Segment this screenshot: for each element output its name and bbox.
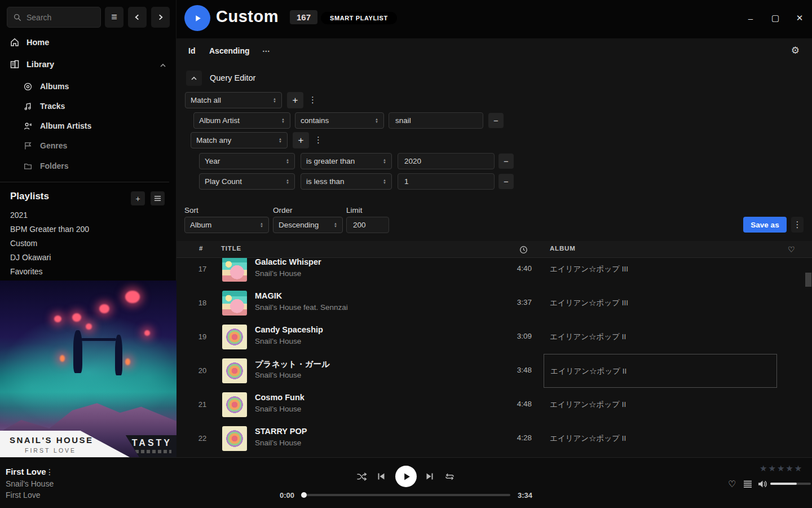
home-icon xyxy=(10,38,19,47)
play-playlist-button[interactable] xyxy=(184,5,210,31)
track-row[interactable]: 18 MAGIK Snail’s House feat. Sennzai 3:3… xyxy=(176,286,812,320)
favorite-column-icon[interactable]: ♡ xyxy=(788,245,795,254)
sidebar-item-home[interactable]: Home xyxy=(10,38,49,47)
track-artist[interactable]: Snail’s House xyxy=(255,439,301,447)
query-editor-collapse-button[interactable] xyxy=(186,71,202,86)
album-cell[interactable]: エイリアン☆ポップ II xyxy=(544,422,777,456)
limit-input[interactable]: 200 xyxy=(346,217,389,233)
add-rule-button[interactable]: + xyxy=(293,132,309,148)
match-type-select[interactable]: Match all ▲▼ xyxy=(185,92,282,108)
duration-column-icon[interactable] xyxy=(519,246,528,254)
track-row[interactable]: 19 Candy Spaceship Snail’s House 3:09 エイ… xyxy=(176,320,812,354)
sidebar-item-label: Genres xyxy=(40,141,67,150)
track-artist[interactable]: Snail’s House feat. Sennzai xyxy=(255,303,348,312)
sidebar-item-genres[interactable]: Genres xyxy=(24,141,67,150)
select-value: contains xyxy=(301,116,329,125)
sidebar-item-tracks[interactable]: Tracks xyxy=(24,102,65,111)
nav-forward-button[interactable] xyxy=(151,7,170,28)
remove-rule-button[interactable]: − xyxy=(498,174,514,189)
group-kebab-icon[interactable]: ⋮ xyxy=(314,135,323,145)
nav-back-button[interactable] xyxy=(128,7,147,28)
sidebar-menu-button[interactable]: ≡ xyxy=(105,7,123,28)
album-cell[interactable]: エイリアン☆ポップ II xyxy=(544,354,777,388)
now-playing-title[interactable]: First Love xyxy=(6,467,46,476)
window-minimize-button[interactable]: – xyxy=(745,12,756,24)
group-kebab-icon[interactable]: ⋮ xyxy=(308,95,317,105)
sidebar-item-albums[interactable]: Albums xyxy=(24,82,69,91)
more-options-button[interactable]: ⋯ xyxy=(262,46,270,55)
sort-select[interactable]: Album ▲▼ xyxy=(184,217,269,233)
seek-knob[interactable] xyxy=(301,492,307,498)
track-artist[interactable]: Snail’s House xyxy=(255,405,301,413)
add-rule-button[interactable]: + xyxy=(287,92,303,108)
rule-value-input[interactable]: snail xyxy=(389,112,483,129)
column-title[interactable]: TITLE xyxy=(221,245,241,252)
rule-field-select[interactable]: Album Artist ▲▼ xyxy=(193,112,290,129)
album-cell[interactable]: エイリアン☆ポップ III xyxy=(544,286,777,320)
rule-value-input[interactable]: 1 xyxy=(398,173,495,190)
sidebar-item-folders[interactable]: Folders xyxy=(24,161,69,170)
scrollbar-thumb[interactable] xyxy=(805,273,811,287)
track-title: Candy Spaceship xyxy=(255,325,323,334)
track-artist[interactable]: Snail’s House xyxy=(255,337,301,345)
window-maximize-button[interactable]: ▢ xyxy=(770,12,781,24)
track-duration: 4:48 xyxy=(501,400,532,408)
track-number: 17 xyxy=(192,265,213,273)
now-playing-album[interactable]: First Love xyxy=(6,491,40,500)
playlist-item[interactable]: 2021 xyxy=(10,211,28,220)
album-cell[interactable]: エイリアン☆ポップ II xyxy=(544,320,777,354)
remove-rule-button[interactable]: − xyxy=(498,154,514,169)
playlist-list-button[interactable] xyxy=(151,191,165,205)
track-row[interactable]: 22 STARRY POP Snail’s House 4:28 エイリアン☆ポ… xyxy=(176,422,812,456)
gear-icon[interactable]: ⚙ xyxy=(791,45,800,56)
match-type-select[interactable]: Match any ▲▼ xyxy=(191,132,288,148)
save-as-button[interactable]: Save as xyxy=(743,217,787,233)
smart-playlist-badge: SMART PLAYLIST xyxy=(321,12,397,24)
track-artist[interactable]: Snail’s House xyxy=(255,269,301,278)
volume-button[interactable] xyxy=(758,480,767,491)
column-album[interactable]: ALBUM xyxy=(550,245,576,252)
rule-value-input[interactable]: 2020 xyxy=(398,153,495,169)
order-select[interactable]: Descending ▲▼ xyxy=(273,217,343,233)
track-artist[interactable]: Snail’s House xyxy=(255,371,301,379)
column-index[interactable]: # xyxy=(199,245,203,252)
rule-field-select[interactable]: Play Count ▲▼ xyxy=(199,173,295,190)
queue-button[interactable] xyxy=(743,480,752,491)
save-options-kebab[interactable]: ⋮ xyxy=(791,217,804,233)
playlist-item[interactable]: Custom xyxy=(10,239,37,248)
rating-stars[interactable]: ★★★★★ xyxy=(760,463,803,474)
now-playing-cover[interactable]: SNAIL'S HOUSE FIRST LOVE TASTY xyxy=(0,281,176,457)
library-collapse-icon[interactable] xyxy=(160,62,166,69)
previous-button[interactable] xyxy=(377,472,386,481)
next-button[interactable] xyxy=(425,472,434,481)
favorite-button[interactable]: ♡ xyxy=(728,479,736,489)
playlist-item[interactable]: DJ Okawari xyxy=(10,253,51,262)
seek-slider[interactable] xyxy=(302,494,510,496)
add-playlist-button[interactable]: + xyxy=(131,191,145,205)
now-playing-artist[interactable]: Snail's House xyxy=(6,479,54,488)
playlist-item[interactable]: Favorites xyxy=(10,267,43,276)
remove-rule-button[interactable]: − xyxy=(488,113,504,128)
now-playing-kebab-icon[interactable]: ⋮ xyxy=(46,467,54,476)
previous-icon xyxy=(377,472,386,481)
search-input[interactable]: Search xyxy=(7,7,101,28)
window-close-button[interactable]: ✕ xyxy=(794,12,805,24)
track-row[interactable]: 21 Cosmo Funk Snail’s House 4:48 エイリアン☆ポ… xyxy=(176,388,812,422)
shuffle-button[interactable] xyxy=(356,472,367,481)
track-row[interactable]: 20 プラネット・ガール Snail’s House 3:48 エイリアン☆ポッ… xyxy=(176,354,812,388)
sort-field-button[interactable]: Id xyxy=(188,46,195,55)
sidebar-item-label: Home xyxy=(27,38,49,47)
sidebar-item-album-artists[interactable]: Album Artists xyxy=(24,121,91,130)
rule-field-select[interactable]: Year ▲▼ xyxy=(199,153,295,169)
repeat-button[interactable] xyxy=(444,472,455,481)
track-rows: 17 Galactic Whisper Snail’s House 4:40 エ… xyxy=(176,252,812,457)
album-cell[interactable]: エイリアン☆ポップ II xyxy=(544,388,777,422)
rule-operator-select[interactable]: is greater than ▲▼ xyxy=(301,153,392,169)
playlist-item[interactable]: BPM Greater than 200 xyxy=(10,225,89,234)
play-pause-button[interactable] xyxy=(395,466,417,487)
rule-operator-select[interactable]: contains ▲▼ xyxy=(295,112,384,129)
volume-slider[interactable] xyxy=(770,483,811,485)
rule-operator-select[interactable]: is less than ▲▼ xyxy=(301,173,392,190)
sidebar-item-library[interactable]: Library xyxy=(10,60,54,69)
sort-order-button[interactable]: Ascending xyxy=(209,46,250,55)
